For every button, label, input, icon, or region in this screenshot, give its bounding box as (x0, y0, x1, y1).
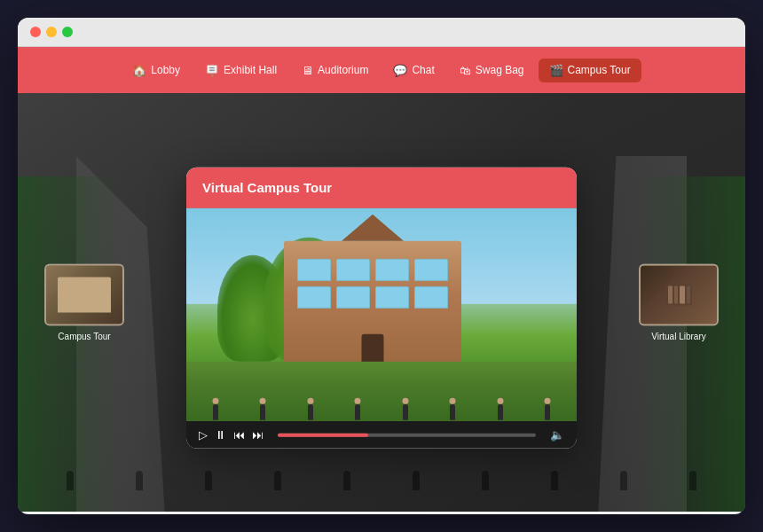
modal-title: Virtual Campus Tour (202, 180, 332, 195)
thumb-building-shape (58, 278, 111, 313)
window (336, 286, 370, 309)
browser-window: 🏠 Lobby 🪧 Exhibit Hall 🖥 Auditorium 💬 Ch… (18, 18, 745, 514)
nav-item-campus-tour[interactable]: 🎬 Campus Tour (539, 59, 641, 82)
svg-rect-4 (687, 286, 690, 304)
window (375, 259, 409, 281)
virtual-library-thumbnail[interactable] (639, 264, 719, 326)
nav-item-swag-bag[interactable]: 🛍 Swag Bag (449, 59, 535, 82)
traffic-light-yellow[interactable] (46, 27, 57, 37)
chat-icon: 💬 (393, 64, 407, 77)
nav-bar: 🏠 Lobby 🪧 Exhibit Hall 🖥 Auditorium 💬 Ch… (18, 47, 745, 93)
ground (186, 362, 577, 421)
modal-header: Virtual Campus Tour (186, 168, 577, 208)
nav-label-chat: Chat (412, 64, 434, 76)
nav-item-lobby[interactable]: 🏠 Lobby (122, 59, 191, 82)
bg-person (136, 471, 143, 490)
bg-person (205, 471, 212, 490)
virtual-library-thumb-label: Virtual Library (651, 332, 706, 341)
video-player[interactable] (186, 208, 577, 421)
window (297, 259, 331, 281)
person (545, 403, 550, 419)
person (355, 403, 360, 419)
person (308, 403, 313, 419)
video-scene (186, 208, 577, 421)
nav-label-lobby: Lobby (151, 64, 180, 76)
nav-item-chat[interactable]: 💬 Chat (382, 59, 444, 82)
auditorium-icon: 🖥 (302, 64, 313, 77)
bg-person (413, 471, 420, 490)
campus-tour-thumb-label: Campus Tour (58, 332, 110, 341)
person (498, 403, 503, 419)
window (414, 259, 448, 281)
side-panel-left[interactable]: Campus Tour (44, 264, 124, 341)
bg-person (689, 471, 696, 490)
progress-track[interactable] (278, 433, 536, 436)
play-button[interactable]: ▷ (199, 428, 208, 442)
library-icon (661, 278, 696, 313)
person (403, 403, 408, 419)
exhibit-icon: 🪧 (205, 64, 219, 77)
bg-person (274, 471, 281, 490)
campus-tour-thumb-image (46, 266, 122, 325)
virtual-library-thumb-image (641, 266, 717, 325)
window (375, 286, 409, 309)
nav-label-auditorium: Auditorium (318, 64, 368, 76)
traffic-light-red[interactable] (30, 27, 41, 37)
campus-tour-icon: 🎬 (549, 64, 563, 77)
main-content: Campus Tour Virtual Library (18, 93, 745, 512)
progress-fill (278, 433, 368, 436)
nav-item-auditorium[interactable]: 🖥 Auditorium (291, 59, 379, 82)
browser-chrome (18, 18, 745, 47)
bg-person (620, 471, 627, 490)
bg-person (482, 471, 489, 490)
rewind-button[interactable]: ⏮ (233, 428, 245, 442)
side-panel-right[interactable]: Virtual Library (639, 264, 719, 341)
bg-person (67, 471, 74, 490)
campus-tour-thumbnail[interactable] (44, 264, 124, 326)
ground-people (186, 366, 577, 419)
window (336, 259, 370, 281)
nav-label-exhibit: Exhibit Hall (224, 64, 277, 76)
svg-rect-3 (680, 286, 685, 304)
swag-icon: 🛍 (460, 64, 471, 77)
traffic-light-green[interactable] (62, 27, 73, 37)
building-roof (342, 215, 404, 241)
nav-label-campus-tour: Campus Tour (568, 64, 631, 76)
forward-button[interactable]: ⏭ (252, 428, 264, 442)
person (213, 403, 218, 419)
campus-building (284, 241, 461, 374)
virtual-campus-tour-modal: Virtual Campus Tour (186, 168, 577, 449)
svg-rect-1 (668, 286, 673, 304)
svg-rect-2 (674, 286, 678, 304)
window (297, 286, 331, 309)
app-body: 🏠 Lobby 🪧 Exhibit Hall 🖥 Auditorium 💬 Ch… (18, 47, 745, 512)
nav-label-swag: Swag Bag (476, 64, 524, 76)
person (450, 403, 455, 419)
video-controls: ▷ ⏸ ⏮ ⏭ 🔈 (186, 421, 577, 449)
bg-person (343, 471, 350, 490)
home-icon: 🏠 (132, 64, 146, 77)
volume-button[interactable]: 🔈 (550, 428, 564, 442)
nav-item-exhibit-hall[interactable]: 🪧 Exhibit Hall (194, 59, 287, 82)
window (414, 286, 448, 309)
bg-person (551, 471, 558, 490)
building-windows (297, 259, 448, 309)
person (260, 403, 265, 419)
pause-button[interactable]: ⏸ (215, 428, 226, 442)
